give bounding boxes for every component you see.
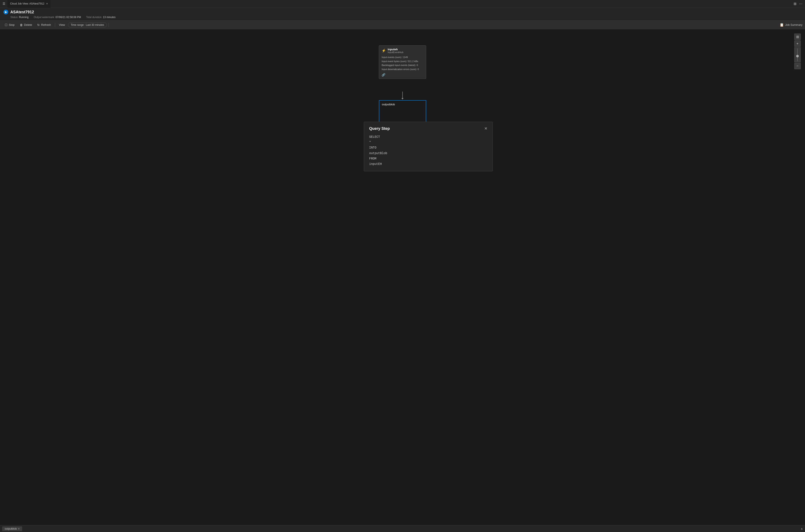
job-summary-button[interactable]: 📋 Job Summary <box>780 23 802 27</box>
time-range-label: Time range : Last 30 minutes <box>71 23 104 26</box>
flow-arrow <box>401 92 404 99</box>
meta-status: Status Running <box>10 16 29 19</box>
stop-button[interactable]: ☐ Stop <box>3 22 17 27</box>
job-summary-label: Job Summary <box>785 23 802 26</box>
meta-watermark: Output watermark 07/06/21 02:58:08 PM <box>34 16 81 19</box>
view-label: View <box>59 23 65 26</box>
duration-label: Total duration <box>86 16 102 19</box>
meta-duration: Total duration 13 minutes <box>86 16 115 19</box>
arrow-head <box>401 98 404 99</box>
more-icon[interactable]: ⋯ <box>799 2 802 6</box>
node-stats: Input events (sum): 1149 Input event byt… <box>382 55 423 71</box>
query-panel-header: Query Step ✕ <box>369 126 488 131</box>
delete-button[interactable]: 🗑 Delete <box>18 22 34 27</box>
query-line-3: outputBlob <box>369 151 488 156</box>
refresh-icon: ↻ <box>37 23 40 27</box>
bottom-tab[interactable]: outputblob ∨ <box>2 527 22 531</box>
layout-icon[interactable]: ⊞ <box>793 2 797 6</box>
zoom-slider-thumb[interactable] <box>796 55 799 57</box>
zoom-in-button[interactable]: + <box>794 40 801 47</box>
menu-icon[interactable]: ☰ <box>3 2 5 5</box>
query-panel: Query Step ✕ SELECT * INTO outputBlob FR… <box>364 122 493 171</box>
tab[interactable]: Cloud Job View: ASAtest7912 ✕ <box>7 0 51 7</box>
toolbar: ☐ Stop 🗑 Delete ↻ Refresh View Time rang… <box>0 21 805 29</box>
input-node: ⚡ inputeh InputEventHub Input events (su… <box>379 45 426 79</box>
node-title-group: inputeh InputEventHub <box>388 48 403 54</box>
bottom-tab-chevron: ∨ <box>18 528 20 530</box>
separator-2 <box>109 23 109 27</box>
view-button[interactable]: View <box>57 22 67 27</box>
canvas-area: ⊞ + − ⚡ inputeh InputEventHub Input even… <box>0 29 805 525</box>
bottom-bar: outputblob ∨ ∧ <box>0 525 805 532</box>
zoom-controls: ⊞ + − <box>794 34 801 69</box>
query-line-5: inputEH <box>369 162 488 167</box>
stat-0: Input events (sum): 1149 <box>382 55 423 59</box>
job-name: ASAtest7912 <box>10 10 34 14</box>
query-line-4: FROM <box>369 156 488 162</box>
node-title: inputeh <box>388 48 403 51</box>
close-icon[interactable]: ✕ <box>46 2 48 5</box>
refresh-label: Refresh <box>41 23 51 26</box>
zoom-slider[interactable] <box>794 47 801 62</box>
refresh-button[interactable]: ↻ Refresh <box>35 22 53 27</box>
close-icon: ✕ <box>484 127 488 131</box>
duration-value: 13 minutes <box>103 16 115 19</box>
query-line-1: * <box>369 140 488 145</box>
zoom-fit-icon: ⊞ <box>796 35 799 39</box>
title-bar-actions: ⊞ ⋯ <box>793 2 802 6</box>
job-summary-icon: 📋 <box>780 23 784 27</box>
job-title: ▶ ASAtest7912 <box>3 10 802 14</box>
node-link-icon[interactable]: 🔗 <box>382 73 423 77</box>
arrow-line <box>402 92 403 98</box>
zoom-fit-button[interactable]: ⊞ <box>794 34 801 40</box>
node-icon: ⚡ <box>382 49 386 53</box>
status-value: Running <box>19 16 29 19</box>
zoom-slider-track <box>797 49 798 61</box>
bottom-right-icon[interactable]: ∧ <box>801 527 803 531</box>
bottom-tab-label: outputblob <box>5 527 17 530</box>
stat-3: Input deserialization errors (sum): 0 <box>382 67 423 71</box>
output-node-title: outputblob <box>379 100 426 108</box>
watermark-label: Output watermark <box>34 16 54 19</box>
job-header: ▶ ASAtest7912 Status Running Output wate… <box>0 7 805 21</box>
tab-label: Cloud Job View: ASAtest7912 <box>10 2 44 5</box>
query-panel-close-button[interactable]: ✕ <box>484 126 488 131</box>
job-meta: Status Running Output watermark 07/06/21… <box>10 16 802 19</box>
delete-icon: 🗑 <box>20 23 23 27</box>
watermark-value: 07/06/21 02:58:08 PM <box>55 16 81 19</box>
job-status-icon: ▶ <box>3 10 8 14</box>
node-subtitle: InputEventHub <box>388 51 403 54</box>
query-panel-title: Query Step <box>369 127 390 131</box>
delete-label: Delete <box>24 23 32 26</box>
zoom-in-icon: + <box>797 42 798 45</box>
query-line-2: INTO <box>369 145 488 150</box>
title-bar: ☰ Cloud Job View: ASAtest7912 ✕ ⊞ ⋯ <box>0 0 805 7</box>
stat-1: Input event bytes (sum): 511.2 kBs <box>382 59 423 63</box>
query-line-0: SELECT <box>369 134 488 140</box>
status-label: Status <box>10 16 18 19</box>
zoom-out-button[interactable]: − <box>794 63 801 69</box>
stop-label: Stop <box>9 23 15 26</box>
stat-2: Backlogged input events (latest): 0 <box>382 63 423 67</box>
time-range-button[interactable]: Time range : Last 30 minutes <box>68 23 107 27</box>
stop-icon: ☐ <box>5 23 7 27</box>
node-header: ⚡ inputeh InputEventHub <box>382 48 423 54</box>
zoom-out-icon: − <box>797 64 798 68</box>
query-code: SELECT * INTO outputBlob FROM inputEH <box>369 134 488 167</box>
